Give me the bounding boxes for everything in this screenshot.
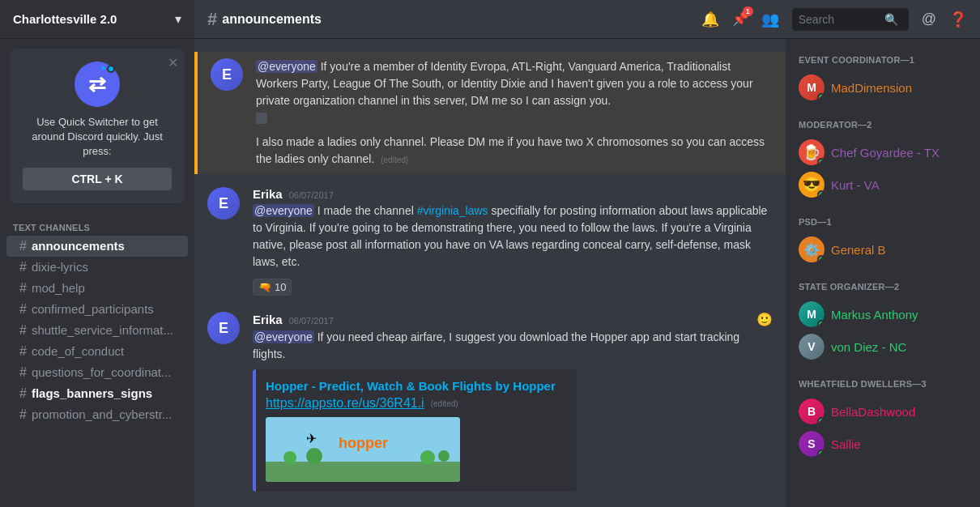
message-text-2: I also made a ladies only channel. Pleas… — [256, 134, 773, 168]
message-header-3: Erika 06/07/2017 🙂 — [253, 312, 773, 327]
message-author: Erika — [253, 187, 283, 201]
link-preview: Hopper - Predict, Watch & Book Flights b… — [253, 369, 577, 492]
channel-item-code[interactable]: # code_of_conduct — [6, 341, 188, 362]
message-content-2: Erika 06/07/2017 @everyone I made the ch… — [253, 187, 773, 296]
channel-item-announcements[interactable]: # announcements — [6, 236, 188, 257]
table-row: E @everyone If you're a member of Identi… — [194, 52, 786, 174]
channel-item-questions[interactable]: # questions_for_coordinat... — [6, 362, 188, 383]
mention-everyone: @everyone — [256, 60, 317, 73]
channel-label-shuttle: shuttle_service_informat... — [32, 323, 173, 337]
svg-text:hopper: hopper — [339, 435, 388, 451]
member-name-general: General B — [831, 243, 886, 257]
list-item[interactable]: M MadDimension — [792, 71, 974, 104]
channel-label-announcements: announcements — [32, 239, 125, 253]
avatar-general: ⚙️ — [799, 236, 824, 262]
status-online-2 — [817, 158, 824, 165]
hopper-svg: hopper ✈ — [266, 417, 460, 482]
search-input[interactable] — [799, 13, 880, 26]
notification-icon[interactable]: 📌 1 — [732, 11, 748, 27]
avatar: E — [207, 187, 240, 219]
list-item[interactable]: S Sallie — [792, 428, 974, 460]
quick-switcher-shortcut[interactable]: CTRL + K — [23, 168, 172, 190]
channel-title-area: # announcements — [207, 9, 692, 30]
at-icon[interactable]: @ — [922, 11, 936, 28]
bell-icon[interactable]: 🔔 — [701, 11, 719, 28]
avatar-von: V — [799, 334, 824, 360]
search-bar[interactable]: 🔍 — [792, 8, 909, 31]
message-author-3: Erika — [253, 313, 283, 326]
channel-item-dixie-lyrics[interactable]: # dixie-lyrics — [6, 257, 188, 278]
list-item[interactable]: 🍺 Chef Goyardee - TX — [792, 136, 974, 168]
mention-everyone-3: @everyone — [253, 330, 314, 343]
message-header: Erika 06/07/2017 — [253, 187, 773, 201]
channel-label-flags: flags_banners_signs — [32, 386, 152, 400]
status-online-7 — [817, 449, 824, 457]
right-sidebar: EVENT COORDINATOR—1 M MadDimension MODER… — [786, 39, 980, 507]
virginia-laws-link[interactable]: #virginia_laws — [417, 204, 488, 217]
avatar-markus: M — [799, 301, 824, 327]
emoji-reaction-button[interactable]: 🙂 — [756, 312, 773, 327]
list-item[interactable]: 😎 Kurt - VA — [792, 168, 974, 201]
hopper-background: hopper ✈ — [266, 417, 460, 482]
member-name-bella: BellaDashwood — [831, 405, 915, 419]
mention-everyone-2: @everyone — [253, 204, 314, 217]
message-time-3: 06/07/2017 — [289, 316, 334, 326]
svg-text:✈: ✈ — [306, 432, 317, 445]
topbar-icons: 🔔 📌 1 👥 🔍 @ ❓ — [701, 8, 967, 31]
channel-hash-announcements: # — [19, 239, 27, 254]
role-header-wheatfield: WHEATFIELD DWELLERS—3 — [792, 376, 974, 392]
status-online-5 — [817, 320, 824, 327]
quick-switcher-text: Use Quick Switcher to get around Discord… — [23, 115, 172, 160]
quick-switcher-icon: ⇄ — [75, 62, 120, 107]
channel-hash-flags: # — [19, 386, 27, 401]
reaction-gun[interactable]: 🔫 10 — [253, 279, 292, 296]
channel-item-confirmed[interactable]: # confirmed_participants — [6, 299, 188, 320]
role-section-coordinator: EVENT COORDINATOR—1 M MadDimension — [792, 52, 974, 104]
edited-label-3: (edited) — [431, 399, 458, 408]
channel-hash-promotion: # — [19, 407, 27, 422]
member-name-sallie: Sallie — [831, 437, 861, 451]
quick-switcher-close[interactable]: ✕ — [168, 55, 178, 70]
channel-name-label: announcements — [222, 12, 322, 27]
channel-label-confirmed: confirmed_participants — [32, 302, 154, 316]
status-online-4 — [817, 255, 824, 262]
members-icon[interactable]: 👥 — [761, 11, 779, 28]
channel-item-mod-help[interactable]: # mod_help — [6, 278, 188, 299]
channel-item-shuttle[interactable]: # shuttle_service_informat... — [6, 320, 188, 341]
channel-item-flags[interactable]: # flags_banners_signs — [6, 383, 188, 404]
message-content-3: Erika 06/07/2017 🙂 @everyone If you need… — [253, 312, 773, 492]
channel-topbar: # announcements 🔔 📌 1 👥 🔍 @ ❓ — [194, 0, 980, 39]
member-name-maddimension: MadDimension — [831, 81, 912, 95]
list-item[interactable]: M Markus Anthony — [792, 298, 974, 330]
role-header-moderator: MODERATOR—2 — [792, 117, 974, 133]
channel-hash-dixie: # — [19, 260, 27, 275]
list-item[interactable]: ⚙️ General B — [792, 233, 974, 266]
message-text-4: @everyone If you need cheap airfare, I s… — [253, 329, 773, 363]
server-header[interactable]: Charlottesville 2.0 ▾ — [0, 0, 194, 39]
channel-hash-code: # — [19, 344, 27, 359]
channel-hash-mod: # — [19, 281, 27, 296]
channel-hash-confirmed: # — [19, 302, 27, 317]
reaction-emoji: 🔫 — [258, 281, 271, 293]
list-item[interactable]: V von Diez - NC — [792, 330, 974, 363]
link-url[interactable]: https://appsto.re/us/36R41.i — [266, 396, 424, 411]
avatar: E — [211, 58, 243, 91]
message-text: @everyone If you're a member of Identity… — [256, 58, 773, 109]
status-online-3 — [817, 190, 824, 198]
channel-hash-questions: # — [19, 365, 27, 380]
channel-item-promotion[interactable]: # promotion_and_cyberstr... — [6, 404, 188, 425]
channel-hash-shuttle: # — [19, 323, 27, 338]
link-preview-image: hopper ✈ — [266, 417, 460, 482]
help-icon[interactable]: ❓ — [949, 11, 967, 28]
role-header-state-organizer: STATE ORGANIZER—2 — [792, 279, 974, 295]
channel-label-dixie: dixie-lyrics — [32, 260, 88, 274]
avatar-chef: 🍺 — [799, 139, 824, 165]
role-section-psd: PSD—1 ⚙️ General B — [792, 214, 974, 266]
channel-label-promotion: promotion_and_cyberstr... — [32, 407, 172, 421]
attachment-icon — [256, 113, 267, 124]
server-chevron-icon: ▾ — [175, 11, 181, 27]
link-preview-title: Hopper - Predict, Watch & Book Flights b… — [266, 379, 567, 393]
list-item[interactable]: B BellaDashwood — [792, 395, 974, 428]
channel-label-questions: questions_for_coordinat... — [32, 365, 172, 379]
reaction-area: 🔫 10 — [253, 275, 773, 296]
